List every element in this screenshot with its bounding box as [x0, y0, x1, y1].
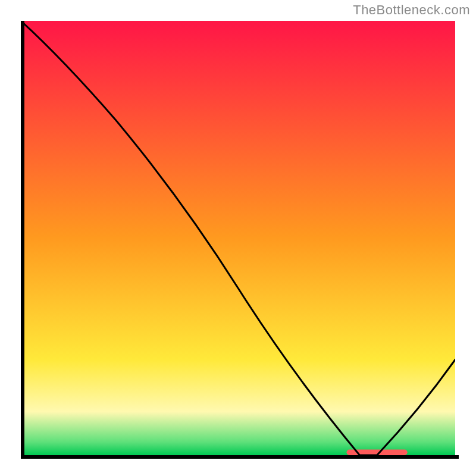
plot-area: [21, 21, 455, 455]
chart-svg: [21, 21, 455, 455]
attribution-label: TheBottleneck.com: [353, 2, 470, 18]
chart-container: TheBottleneck.com: [0, 0, 476, 476]
